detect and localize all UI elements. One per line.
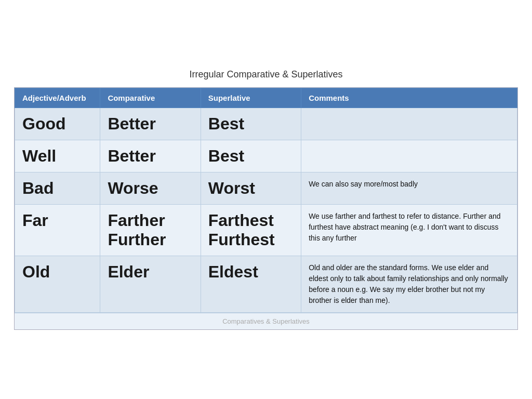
table-header-row: Adjective/Adverb Comparative Superlative… — [15, 88, 517, 108]
table-row: OldElderEldestOld and older are the stan… — [15, 256, 517, 313]
cell-comment — [301, 140, 517, 172]
cell-comment: We use farther and farthest to refer to … — [301, 205, 517, 256]
header-adj: Adjective/Adverb — [15, 88, 100, 108]
table-row: GoodBetterBest — [15, 108, 517, 140]
cell-adjective: Old — [15, 256, 100, 313]
header-comp: Comparative — [100, 88, 201, 108]
page-title: Irregular Comparative & Superlatives — [189, 69, 342, 80]
cell-adjective: Well — [15, 140, 100, 172]
cell-comment: Old and older are the standard forms. We… — [301, 256, 517, 313]
cell-comment — [301, 108, 517, 140]
header-sup: Superlative — [201, 88, 301, 108]
cell-comparative: Worse — [100, 172, 201, 205]
cell-superlative: Best — [201, 140, 301, 172]
cell-adjective: Far — [15, 205, 100, 256]
cell-superlative: FarthestFurthest — [201, 205, 301, 256]
cell-adjective: Good — [15, 108, 100, 140]
cell-comparative: FartherFurther — [100, 205, 201, 256]
cell-comment: We can also say more/most badly — [301, 172, 517, 205]
watermark: Comparatives & Superlatives — [15, 313, 517, 329]
cell-superlative: Worst — [201, 172, 301, 205]
cell-superlative: Best — [201, 108, 301, 140]
cell-comparative: Elder — [100, 256, 201, 313]
cell-adjective: Bad — [15, 172, 100, 205]
table-row: FarFartherFurtherFarthestFurthestWe use … — [15, 205, 517, 256]
cell-comparative: Better — [100, 140, 201, 172]
cell-comparative: Better — [100, 108, 201, 140]
cell-superlative: Eldest — [201, 256, 301, 313]
table-row: WellBetterBest — [15, 140, 517, 172]
table-row: BadWorseWorstWe can also say more/most b… — [15, 172, 517, 205]
header-comments: Comments — [301, 88, 517, 108]
main-table: Adjective/Adverb Comparative Superlative… — [14, 87, 518, 330]
